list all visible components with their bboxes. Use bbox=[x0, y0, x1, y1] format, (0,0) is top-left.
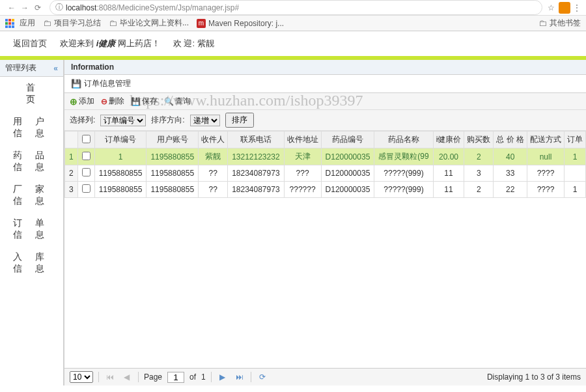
sidebar-item-factory[interactable]: 厂 家 信 息 bbox=[0, 178, 63, 212]
sort-dir-dropdown[interactable]: 递增 bbox=[190, 115, 220, 126]
url-path: :8088/MedicineSystem/Jsp/manager.jsp# bbox=[96, 3, 239, 12]
sidebar-item-home[interactable]: 首 页 bbox=[0, 77, 63, 111]
greet-text: 欢 迎: 紫靓 bbox=[173, 38, 214, 49]
cell-receiver: ?? bbox=[199, 182, 228, 198]
browser-menu-icon[interactable]: ⋮ bbox=[573, 3, 581, 12]
cell-qty: 3 bbox=[464, 165, 494, 182]
total-pages: 1 bbox=[201, 372, 206, 382]
col-orderid[interactable]: 订单编号 bbox=[94, 132, 146, 148]
next-page-button[interactable]: ▶ bbox=[217, 371, 229, 383]
other-bookmarks[interactable]: 🗀其他书签 bbox=[538, 18, 581, 29]
col-user[interactable]: 用户账号 bbox=[146, 132, 199, 148]
cell-receiver: 紫靓 bbox=[199, 148, 228, 165]
collapse-icon[interactable]: « bbox=[53, 64, 58, 73]
checkbox-cell[interactable] bbox=[77, 182, 94, 198]
search-icon: 🔍 bbox=[164, 97, 174, 106]
save-icon: 💾 bbox=[131, 97, 141, 106]
sidebar-header: 管理列表 « bbox=[0, 60, 63, 77]
cell-drugname: 感冒灵颗粒(99 bbox=[374, 148, 433, 165]
save-button[interactable]: 💾保存 bbox=[131, 96, 158, 107]
sidebar-item-order[interactable]: 订 单 信 息 bbox=[0, 212, 63, 246]
cell-drugname: ?????(999) bbox=[374, 165, 433, 182]
back-button[interactable]: ← bbox=[5, 1, 18, 14]
col-drugname[interactable]: 药品名称 bbox=[374, 132, 433, 148]
sidebar-item-user[interactable]: 用 户 信 息 bbox=[0, 111, 63, 145]
page-size-select[interactable]: 10 bbox=[70, 371, 93, 383]
page-input[interactable] bbox=[167, 372, 184, 383]
cell-price: 11 bbox=[433, 165, 464, 182]
checkbox-header[interactable] bbox=[77, 132, 94, 148]
col-address[interactable]: 收件地址 bbox=[284, 132, 321, 148]
url-host: localhost bbox=[66, 3, 96, 12]
delete-button[interactable]: ⊖删除 bbox=[101, 96, 124, 107]
cell-orderid: 1 bbox=[94, 148, 146, 165]
apps-button[interactable]: 应用 bbox=[5, 18, 35, 29]
prev-page-button[interactable]: ◀ bbox=[121, 371, 133, 383]
cell-total: 22 bbox=[494, 182, 527, 198]
cell-user: 1195880855 bbox=[146, 182, 199, 198]
rownum-cell: 1 bbox=[64, 148, 77, 165]
url-bar[interactable]: ⓘ localhost :8088/MedicineSystem/Jsp/man… bbox=[49, 0, 542, 15]
select-col-dropdown[interactable]: 订单编号 bbox=[100, 115, 146, 126]
folder-icon: 🗀 bbox=[43, 18, 51, 28]
main-layout: 管理列表 « 首 页 用 户 信 息 药 品 信 息 厂 家 信 息 订 单 信… bbox=[0, 60, 586, 385]
cell-phone: 13212123232 bbox=[228, 148, 284, 165]
cell-ord: 1 bbox=[565, 182, 586, 198]
toolbar: ⊕添加 ⊖删除 💾保存 🔍查询 https://www.huzhan.com/i… bbox=[64, 93, 586, 110]
table-row[interactable]: 3 1195880855 1195880855 ?? 18234087973 ?… bbox=[64, 182, 585, 198]
cell-ord: 1 bbox=[565, 148, 586, 165]
first-page-button[interactable]: ⏮ bbox=[104, 371, 116, 383]
refresh-button[interactable]: ⟳ bbox=[257, 371, 268, 383]
apps-icon bbox=[5, 19, 14, 28]
bookmark-folder-1[interactable]: 🗀项目学习总结 bbox=[43, 18, 101, 29]
cell-addr: ??? bbox=[284, 165, 321, 182]
cell-qty: 2 bbox=[464, 148, 494, 165]
cell-drugno: D120000035 bbox=[321, 148, 374, 165]
cell-phone: 18234087973 bbox=[228, 165, 284, 182]
content-subtitle: 💾 订单信息管理 bbox=[64, 75, 586, 93]
col-ship[interactable]: 配送方式 bbox=[527, 132, 565, 148]
cell-ship: null bbox=[527, 148, 565, 165]
extension-icon[interactable] bbox=[559, 2, 570, 14]
col-drugno[interactable]: 药品编号 bbox=[321, 132, 374, 148]
checkbox-cell[interactable] bbox=[77, 165, 94, 182]
cell-price: 11 bbox=[433, 182, 464, 198]
last-page-button[interactable]: ⏭ bbox=[234, 371, 245, 383]
bookmark-maven[interactable]: mMaven Repository: j... bbox=[197, 19, 284, 28]
cell-total: 33 bbox=[494, 165, 527, 182]
data-table: 订单编号 用户账号 收件人 联系电话 收件地址 药品编号 药品名称 i健康价 购… bbox=[64, 131, 586, 198]
cell-user: 1195880855 bbox=[146, 165, 199, 182]
col-total[interactable]: 总 价 格 bbox=[494, 132, 527, 148]
cell-ord bbox=[565, 165, 586, 182]
pagination: 10 ⏮ ◀ Page of 1 ▶ ⏭ ⟳ Displaying 1 to 3… bbox=[64, 368, 586, 385]
checkbox-cell[interactable] bbox=[77, 148, 94, 165]
col-qty[interactable]: 购买数 bbox=[464, 132, 494, 148]
delete-icon: ⊖ bbox=[101, 97, 107, 106]
cell-total: 40 bbox=[494, 148, 527, 165]
forward-button[interactable]: → bbox=[18, 1, 31, 14]
bookmark-folder-2[interactable]: 🗀毕业论文网上资料... bbox=[109, 18, 189, 29]
col-phone[interactable]: 联系电话 bbox=[228, 132, 284, 148]
cell-orderid: 1195880855 bbox=[94, 165, 146, 182]
app-header: 返回首页 欢迎来到 i健康 网上药店！ 欢 迎: 紫靓 bbox=[0, 31, 586, 56]
search-button[interactable]: 🔍查询 bbox=[164, 96, 191, 107]
cell-drugno: D120000035 bbox=[321, 165, 374, 182]
sort-button[interactable]: 排序 bbox=[225, 113, 254, 128]
star-icon[interactable]: ☆ bbox=[548, 3, 555, 12]
content-title: Information bbox=[64, 60, 586, 75]
col-price[interactable]: i健康价 bbox=[433, 132, 464, 148]
reload-button[interactable]: ⟳ bbox=[31, 1, 44, 14]
disk-icon: 💾 bbox=[71, 79, 81, 89]
table-row[interactable]: 1 1 1195880855 紫靓 13212123232 天津 D120000… bbox=[64, 148, 585, 165]
rownum-cell: 3 bbox=[64, 182, 77, 198]
col-receiver[interactable]: 收件人 bbox=[199, 132, 228, 148]
sidebar-item-drug[interactable]: 药 品 信 息 bbox=[0, 145, 63, 178]
back-home-link[interactable]: 返回首页 bbox=[13, 38, 47, 49]
col-ord[interactable]: 订单 bbox=[565, 132, 586, 148]
of-label: of bbox=[189, 372, 196, 382]
cell-phone: 18234087973 bbox=[228, 182, 284, 198]
add-button[interactable]: ⊕添加 bbox=[70, 96, 94, 107]
cell-ship: ???? bbox=[527, 165, 565, 182]
table-row[interactable]: 2 1195880855 1195880855 ?? 18234087973 ?… bbox=[64, 165, 585, 182]
sidebar-item-stock[interactable]: 入 库 信 息 bbox=[0, 246, 63, 280]
